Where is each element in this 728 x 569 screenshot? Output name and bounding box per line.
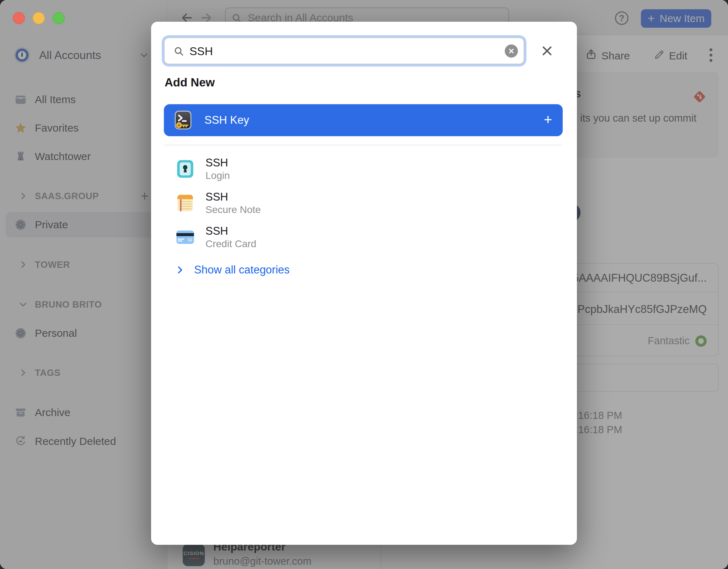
category-title: SSH xyxy=(205,225,256,237)
category-subtitle: Secure Note xyxy=(205,204,261,215)
category-row-secure-note[interactable]: SSH Secure Note xyxy=(175,188,530,218)
show-all-categories-link[interactable]: Show all categories xyxy=(175,261,290,279)
minimize-window-button[interactable] xyxy=(33,12,45,24)
category-row-login[interactable]: SSH Login xyxy=(175,154,530,184)
ssh-key-terminal-icon xyxy=(172,110,194,131)
zoom-window-button[interactable] xyxy=(53,12,65,24)
close-window-button[interactable] xyxy=(13,12,25,24)
category-title: SSH xyxy=(205,191,261,203)
search-icon xyxy=(173,46,184,57)
plus-icon: + xyxy=(544,112,552,127)
credit-card-icon xyxy=(175,227,196,248)
login-lock-icon xyxy=(175,159,196,179)
divider xyxy=(164,145,563,145)
clear-x-icon xyxy=(508,48,514,54)
show-all-label: Show all categories xyxy=(194,264,290,276)
close-dialog-button[interactable] xyxy=(541,44,553,57)
modal-search-field[interactable] xyxy=(164,37,524,64)
category-subtitle: Credit Card xyxy=(205,239,256,249)
category-subtitle: Login xyxy=(205,170,230,181)
modal-search-input[interactable] xyxy=(189,38,503,64)
add-ssh-key-button[interactable]: SSH Key + xyxy=(164,104,563,136)
add-new-item-dialog: Add New SSH Key + xyxy=(151,22,577,545)
chevron-right-icon xyxy=(175,265,185,275)
app-window: ? + New Item Share Edit s its you can xyxy=(0,0,728,569)
category-title: SSH xyxy=(205,157,230,169)
window-controls xyxy=(13,12,65,24)
category-text: SSH Login xyxy=(205,157,230,181)
category-row-credit-card[interactable]: SSH Credit Card xyxy=(175,222,530,252)
clear-search-button[interactable] xyxy=(505,44,518,58)
ssh-key-label: SSH Key xyxy=(204,114,249,127)
category-text: SSH Secure Note xyxy=(205,191,261,215)
category-text: SSH Credit Card xyxy=(205,225,256,249)
add-new-heading: Add New xyxy=(165,76,215,89)
secure-note-icon xyxy=(175,193,196,213)
